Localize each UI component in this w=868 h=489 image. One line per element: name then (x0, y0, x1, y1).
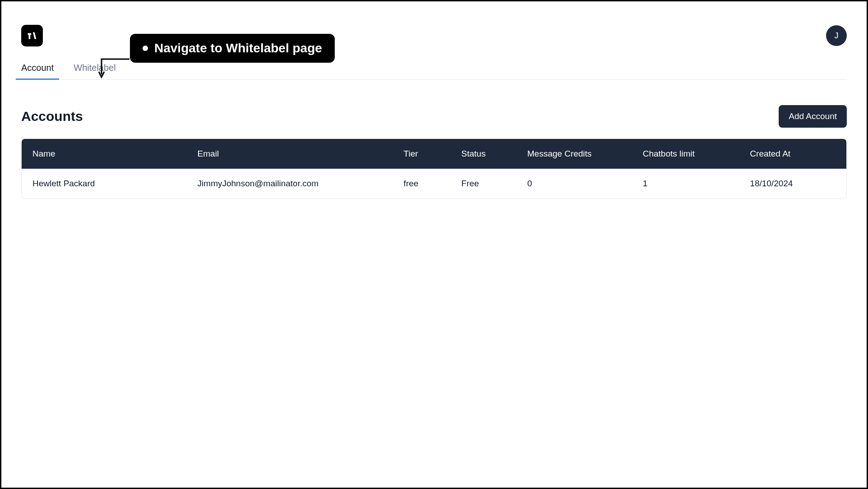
cell-credits: 0 (517, 169, 632, 198)
cell-limit: 1 (632, 169, 739, 198)
callout-text: Navigate to Whitelabel page (154, 41, 322, 55)
page-title: Accounts (21, 109, 83, 124)
table-row[interactable]: Hewlett Packard JimmyJohnson@mailinator.… (22, 169, 846, 198)
th-name: Name (22, 139, 187, 169)
accounts-table-container: Name Email Tier Status Message Credits C… (21, 138, 847, 199)
avatar-initial: J (835, 31, 839, 41)
cell-tier: free (393, 169, 451, 198)
callout-dot-icon (143, 46, 148, 51)
add-account-button[interactable]: Add Account (779, 105, 847, 128)
tab-label: Account (21, 63, 54, 73)
table-header-row: Name Email Tier Status Message Credits C… (22, 139, 846, 169)
instruction-callout: Navigate to Whitelabel page (130, 34, 335, 63)
tab-label: Whitelabel (74, 63, 115, 73)
th-status: Status (451, 139, 517, 169)
logo-icon (25, 29, 39, 42)
th-created: Created At (739, 139, 846, 169)
cell-email: JimmyJohnson@mailinator.com (187, 169, 393, 198)
tab-whitelabel[interactable]: Whitelabel (74, 59, 115, 79)
th-tier: Tier (393, 139, 451, 169)
content-header: Accounts Add Account (21, 105, 847, 128)
user-avatar[interactable]: J (826, 25, 847, 46)
cell-status: Free (451, 169, 517, 198)
th-credits: Message Credits (517, 139, 632, 169)
cell-created: 18/10/2024 (739, 169, 846, 198)
th-limit: Chatbots limit (632, 139, 739, 169)
app-logo[interactable] (21, 25, 43, 46)
accounts-table: Name Email Tier Status Message Credits C… (22, 139, 846, 198)
th-email: Email (187, 139, 393, 169)
cell-name: Hewlett Packard (22, 169, 187, 198)
tab-account[interactable]: Account (21, 59, 54, 79)
